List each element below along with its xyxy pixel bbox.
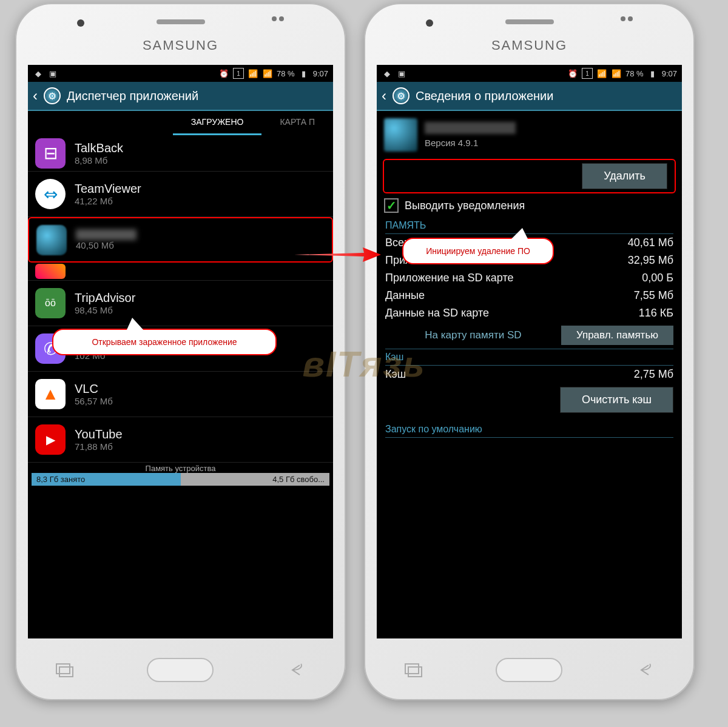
tab-sdcard[interactable]: КАРТА П xyxy=(261,111,333,135)
cache-section-head: Кэш xyxy=(385,349,673,366)
battery-pct: 78 % xyxy=(625,69,644,78)
notifications-row[interactable]: ✓ Выводить уведомления xyxy=(377,193,682,218)
app-size: 98,45 Мб xyxy=(75,305,326,315)
app-size: 8,98 Мб xyxy=(75,155,326,166)
app-version: Версия 4.9.1 xyxy=(425,138,516,148)
front-camera xyxy=(426,19,433,27)
left-phone-mockup: SAMSUNG ◆ ▣ ⏰ 1 📶 📶 78 % ▮ 9:07 ‹ ⚙ Дисп… xyxy=(15,3,346,700)
svg-rect-3 xyxy=(408,667,422,677)
right-screen: ◆ ▣ ⏰ 1 📶 📶 78 % ▮ 9:07 ‹ ⚙ Сведения о п… xyxy=(377,65,682,638)
memory-title: Память устройства xyxy=(32,464,329,473)
app-icon-large xyxy=(384,118,417,152)
earpiece xyxy=(157,19,205,24)
signal-icon-2: 📶 xyxy=(611,68,622,79)
callout-open-infected: Открываем зараженное приложение xyxy=(52,329,277,355)
tripadvisor-icon: ōō xyxy=(35,288,66,318)
app-item-gradient[interactable] xyxy=(28,263,333,281)
tabs: ЗАГРУЖЕНО КАРТА П xyxy=(28,111,333,135)
clear-cache-button[interactable]: Очистить кэш xyxy=(560,387,673,413)
back-icon[interactable]: ‹ xyxy=(33,87,38,104)
shield-icon: ◆ xyxy=(33,68,44,79)
sensor-dots xyxy=(272,16,284,21)
screen-title: Диспетчер приложений xyxy=(67,89,198,103)
battery-icon: ▮ xyxy=(298,68,309,79)
app-item-talkback[interactable]: ⊟ TalkBack8,98 Мб xyxy=(28,135,333,172)
battery-icon: ▮ xyxy=(647,68,658,79)
left-screen: ◆ ▣ ⏰ 1 📶 📶 78 % ▮ 9:07 ‹ ⚙ Диспетчер пр… xyxy=(28,65,333,638)
manage-memory-button[interactable]: Управл. памятью xyxy=(561,326,673,345)
delete-row: Удалить xyxy=(383,159,676,193)
svg-rect-0 xyxy=(56,664,70,674)
app-item-tripadvisor[interactable]: ōō TripAdvisor98,45 Мб xyxy=(28,281,333,326)
app-name: TalkBack xyxy=(75,141,326,155)
nav-buttons xyxy=(365,658,693,682)
status-bar: ◆ ▣ ⏰ 1 📶 📶 78 % ▮ 9:07 xyxy=(377,65,682,82)
sim-icon: 1 xyxy=(233,68,244,79)
svg-rect-1 xyxy=(59,667,73,677)
app-name: TeamViewer xyxy=(75,182,326,196)
teamviewer-icon: ⇔ xyxy=(35,179,66,209)
screen-title: Сведения о приложении xyxy=(416,89,553,103)
app-item-youtube[interactable]: ▶ YouTube71,88 Мб xyxy=(28,417,333,463)
clear-cache-row: Очистить кэш xyxy=(377,383,682,417)
delete-button[interactable]: Удалить xyxy=(582,163,667,189)
signal-icon: 📶 xyxy=(596,68,607,79)
shield-icon: ◆ xyxy=(382,68,393,79)
app-item-vlc[interactable]: ▲ VLC56,57 Мб xyxy=(28,372,333,417)
sim-icon: 1 xyxy=(582,68,593,79)
signal-icon-2: 📶 xyxy=(262,68,273,79)
battery-pct: 78 % xyxy=(277,69,295,78)
storage-section-head: ПАМЯТЬ xyxy=(385,218,673,234)
home-button[interactable] xyxy=(496,658,562,682)
app-name xyxy=(76,229,136,240)
app-name: YouTube xyxy=(75,427,326,441)
memory-free: 4,5 Гб свобо... xyxy=(181,473,330,486)
clock-time: 9:07 xyxy=(313,69,328,78)
tab-downloaded[interactable]: ЗАГРУЖЕНО xyxy=(173,111,262,135)
red-arrow-icon xyxy=(291,246,382,264)
notifications-label: Выводить уведомления xyxy=(405,199,525,212)
status-bar: ◆ ▣ ⏰ 1 📶 📶 78 % ▮ 9:07 xyxy=(28,65,333,82)
back-button[interactable] xyxy=(283,661,310,679)
gradient-icon xyxy=(35,264,66,279)
infected-app-icon xyxy=(36,225,67,255)
app-name: TripAdvisor xyxy=(75,291,326,305)
brand-label: SAMSUNG xyxy=(491,38,567,53)
talkback-icon: ⊟ xyxy=(35,138,66,169)
picture-icon: ▣ xyxy=(396,68,407,79)
back-icon[interactable]: ‹ xyxy=(382,87,386,104)
settings-gear-icon: ⚙ xyxy=(44,87,61,104)
recent-apps-button[interactable] xyxy=(51,661,78,679)
vlc-icon: ▲ xyxy=(35,379,66,409)
sd-label: На карту памяти SD xyxy=(385,329,561,341)
alarm-icon: ⏰ xyxy=(218,68,229,79)
app-size: 56,57 Мб xyxy=(75,396,326,406)
home-button[interactable] xyxy=(147,658,214,682)
storage-row-data: Данные7,55 Мб xyxy=(385,287,673,304)
app-size: 71,88 Мб xyxy=(75,441,326,452)
memory-section: Память устройства 8,3 Гб занято 4,5 Гб с… xyxy=(28,463,333,487)
launch-section-head: Запуск по умолчанию xyxy=(385,421,673,438)
checkbox-icon[interactable]: ✓ xyxy=(384,198,399,213)
svg-rect-2 xyxy=(405,664,419,674)
app-item-teamviewer[interactable]: ⇔ TeamViewer41,22 Мб xyxy=(28,172,333,217)
app-name-blurred xyxy=(425,122,516,134)
storage-row-appsd: Приложение на SD карте0,00 Б xyxy=(385,269,673,287)
memory-used: 8,3 Гб занято xyxy=(32,473,181,486)
sensor-dots xyxy=(621,16,633,21)
clock-time: 9:07 xyxy=(662,69,677,78)
earpiece xyxy=(505,19,554,24)
cache-row: Кэш2,75 Мб xyxy=(385,366,673,383)
storage-row-datasd: Данные на SD карте116 КБ xyxy=(385,304,673,322)
youtube-icon: ▶ xyxy=(35,424,66,455)
back-button[interactable] xyxy=(632,661,659,679)
right-phone-mockup: SAMSUNG ◆ ▣ ⏰ 1 📶 📶 78 % ▮ 9:07 ‹ ⚙ Свед… xyxy=(364,3,695,700)
recent-apps-button[interactable] xyxy=(400,661,427,679)
app-list[interactable]: ⊟ TalkBack8,98 Мб ⇔ TeamViewer41,22 Мб 4… xyxy=(28,135,333,487)
signal-icon: 📶 xyxy=(248,68,258,79)
app-item-infected[interactable]: 40,50 Мб xyxy=(28,217,333,263)
sd-move-row: На карту памяти SD Управл. памятью xyxy=(385,322,673,349)
picture-icon: ▣ xyxy=(47,68,58,79)
nav-buttons xyxy=(16,658,345,682)
title-bar: ‹ ⚙ Диспетчер приложений xyxy=(28,82,333,111)
